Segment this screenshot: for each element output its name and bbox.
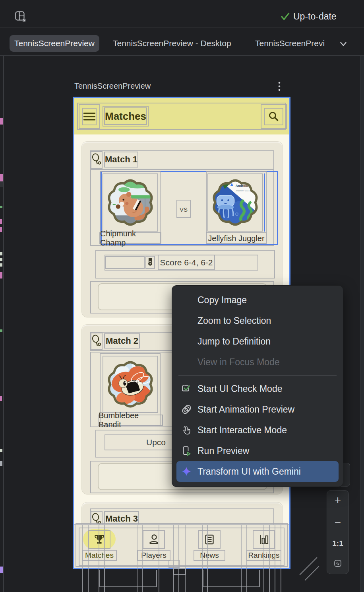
menu-item-start-animation-preview[interactable]: Start Animation Preview	[172, 399, 343, 420]
search-button[interactable]	[264, 108, 283, 125]
tab-tennisscreenpreview-3[interactable]: TennisScreenPrevi	[250, 35, 339, 52]
zoom-actual-size-button[interactable]: 1:1	[332, 539, 343, 547]
person-icon	[148, 534, 160, 545]
tennis-racket-icon	[92, 335, 101, 348]
animation-icon	[181, 404, 192, 415]
resize-handle[interactable]	[299, 557, 317, 575]
gemini-sparkle-icon	[181, 466, 192, 477]
layout-bounds-overlay	[88, 525, 89, 592]
tennis-racket-icon-box	[91, 333, 103, 350]
interactive-tap-icon	[181, 425, 192, 436]
code-editor-fragment	[0, 449, 2, 452]
code-editor-fragment	[0, 263, 2, 267]
status-label: Up-to-date	[293, 11, 337, 22]
zoom-in-button[interactable]: +	[335, 495, 341, 506]
match-score: Score 6-4, 6-2	[158, 255, 215, 270]
tab-overflow-chevron[interactable]	[339, 39, 348, 50]
nav-item-news[interactable]	[198, 530, 221, 549]
bumblebee-avatar-image	[104, 358, 157, 411]
layout-bounds-overlay	[173, 568, 186, 575]
code-editor-fragment	[0, 272, 2, 278]
nav-label-news: News	[194, 550, 225, 561]
nav-label-matches: Matches	[82, 550, 117, 561]
check-icon	[281, 12, 290, 21]
preview-options-button[interactable]	[277, 81, 281, 93]
menu-item-run-preview[interactable]: Run Preview	[172, 440, 343, 461]
jellyfish-avatar-image: Android St Jellyfish v 2023.3	[209, 176, 262, 229]
fit-to-screen-icon	[333, 559, 343, 568]
code-editor-fragment	[0, 206, 2, 208]
news-icon	[203, 534, 215, 545]
nav-item-matches[interactable]	[88, 530, 110, 549]
menu-item-copy-image[interactable]: Copy Image	[172, 290, 343, 310]
chevron-down-icon	[339, 39, 348, 49]
menu-item-start-interactive-mode[interactable]: Start Interactive Mode	[172, 420, 343, 440]
hamburger-icon	[83, 112, 95, 121]
menu-item-transform-ui-with-gemini[interactable]: Transform UI with Gemini	[176, 461, 339, 482]
layout-bounds-overlay	[99, 570, 157, 587]
match-label: Match 2	[104, 333, 140, 349]
code-editor-fragment	[0, 567, 3, 573]
build-status: Up-to-date	[281, 10, 337, 22]
player1-avatar[interactable]	[103, 173, 158, 232]
layout-bounds-overlay	[281, 525, 281, 592]
player2-name: Jellyfish Juggler	[206, 232, 267, 244]
tennis-racket-icon	[92, 153, 101, 167]
code-editor-fragment	[0, 118, 3, 125]
layout-bounds-overlay	[203, 570, 260, 587]
tab-tennisscreenpreview-desktop[interactable]: TennisScreenPreview - Desktop	[108, 35, 236, 52]
player1-avatar[interactable]	[103, 356, 158, 413]
code-editor-fragment	[0, 329, 2, 332]
kebab-menu-icon	[277, 81, 281, 92]
preview-context-menu: Copy Image Zoom to Selection Jump to Def…	[172, 285, 343, 487]
badge-subtitle-text: Jellyfish v 2023.3	[236, 189, 251, 192]
match-label: Match 1	[104, 152, 138, 167]
layout-bounds-overlay	[82, 525, 83, 592]
layout-bounds-overlay	[275, 525, 275, 592]
medal-icon-box	[145, 256, 155, 269]
tab-tennisscreenpreview[interactable]: TennisScreenPreview	[10, 35, 99, 52]
android-studio-preview-panel: Up-to-date TennisScreenPreview TennisScr…	[0, 0, 364, 592]
menu-item-start-ui-check-mode[interactable]: Start UI Check Mode	[172, 378, 343, 399]
player2-avatar[interactable]: Android St Jellyfish v 2023.3	[207, 173, 263, 232]
layout-bounds-overlay	[263, 525, 264, 592]
tennis-racket-icon-box	[91, 151, 103, 169]
appbar-title: Matches	[104, 107, 147, 125]
layout-split-button[interactable]	[14, 10, 26, 22]
layout-bounds-overlay	[185, 525, 186, 592]
code-editor-fragment	[0, 461, 2, 466]
layout-bounds-overlay	[168, 560, 180, 568]
divider	[0, 55, 364, 56]
ui-check-icon	[181, 383, 192, 394]
editor-splitter[interactable]	[3, 56, 4, 592]
menu-item-zoom-to-selection[interactable]: Zoom to Selection	[172, 310, 343, 331]
zoom-fit-button[interactable]	[333, 559, 343, 570]
player1-name: Chipmunk Champ	[99, 232, 161, 244]
chipmunk-avatar-image	[104, 176, 157, 229]
layout-split-icon	[14, 10, 26, 22]
divider	[0, 27, 364, 27]
player1-name: Bumblebee Bandit	[98, 415, 163, 426]
menu-item-view-in-focus-mode: View in Focus Mode	[172, 352, 343, 372]
menu-item-jump-to-definition[interactable]: Jump to Definition	[172, 331, 343, 352]
selection-bounds-overlay	[264, 173, 265, 232]
run-preview-icon	[181, 445, 192, 456]
match-status: Upco	[146, 434, 166, 450]
code-editor-fragment	[0, 258, 2, 261]
menu-separator	[178, 375, 337, 376]
zoom-controls: + − 1:1	[327, 490, 349, 574]
code-editor-fragment	[0, 219, 2, 224]
code-editor-fragment	[0, 227, 2, 232]
code-editor-fragment	[0, 252, 2, 255]
medal-icon	[147, 257, 154, 268]
code-editor-fragment	[0, 174, 3, 181]
vs-label: vs	[176, 200, 191, 218]
code-editor-fragment	[0, 181, 3, 187]
zoom-out-button[interactable]: −	[335, 517, 341, 528]
search-icon	[268, 111, 279, 122]
menu-button[interactable]	[82, 108, 97, 125]
layout-bounds-overlay	[178, 525, 179, 592]
nav-item-players[interactable]	[143, 530, 165, 549]
right-gutter	[360, 56, 364, 592]
preview-title: TennisScreenPreview	[74, 82, 151, 91]
